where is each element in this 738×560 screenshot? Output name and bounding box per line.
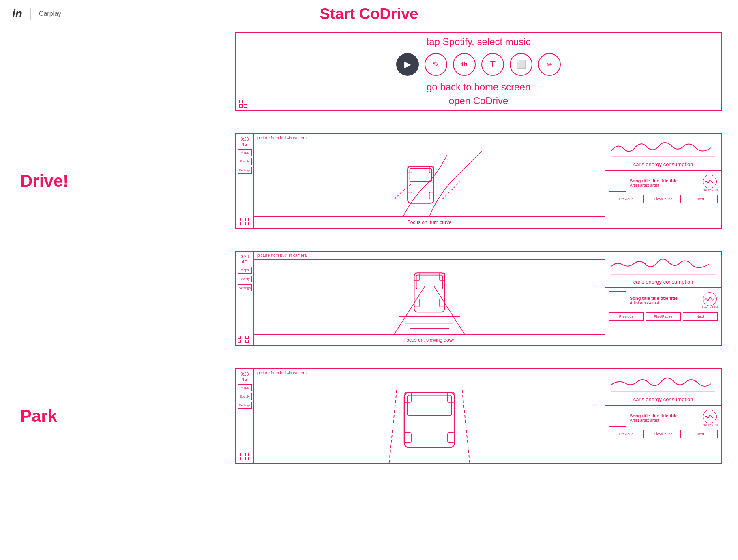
music-text-park: Song title title title title Artist arti… <box>630 413 698 423</box>
playpause-btn-drive[interactable]: Play/Pause <box>646 195 680 203</box>
bpm-icon-park <box>703 410 717 423</box>
svg-rect-12 <box>414 273 444 312</box>
car-illustration-slowing <box>254 260 605 334</box>
sidebar-footer-icons <box>238 218 252 225</box>
maps-btn[interactable]: Maps <box>238 149 252 156</box>
camera-view-drive: picture from built-in camera <box>254 134 605 228</box>
park-sidebar-footer <box>238 453 252 460</box>
svg-rect-1 <box>410 169 432 182</box>
svg-line-26 <box>462 390 470 463</box>
camera-scene-drive <box>254 142 605 216</box>
music-text-drive: Song title title title title Artist arti… <box>630 178 698 188</box>
energy-waveform-drive <box>609 137 718 159</box>
music-text-slowing: Song title title title title Artist arti… <box>630 296 698 305</box>
slowing-sidebar-footer <box>238 336 252 343</box>
settings-btn[interactable]: Settings <box>238 167 252 174</box>
camera-label-slowing: picture from built-in camera <box>254 252 605 260</box>
focus-bar-drive: Focus on: turn curve <box>254 216 605 228</box>
right-panel-slowing: car's energy consumption Song title titl… <box>605 252 721 345</box>
svg-line-7 <box>395 286 425 334</box>
music-panel-drive: Song title title title title Artist arti… <box>605 171 721 228</box>
svg-rect-13 <box>416 275 443 289</box>
svg-rect-0 <box>408 166 434 203</box>
car-illustration-park <box>254 377 605 463</box>
music-panel-slowing: Song title title title title Artist arti… <box>605 288 721 345</box>
artist-slowing: Artist artist-artist <box>630 301 698 305</box>
slowing-screen: 0:23 4G Maps Spotify Settings picture fr… <box>235 251 722 346</box>
bpm-icon-drive <box>703 175 717 188</box>
type-tool[interactable]: T <box>481 53 504 76</box>
prev-btn-slowing[interactable]: Previous <box>609 312 644 321</box>
next-btn-slowing[interactable]: Next <box>683 312 718 321</box>
slowing-section: 0:23 4G Maps Spotify Settings picture fr… <box>0 251 738 346</box>
music-panel-park: Song title title title title Artist arti… <box>605 406 721 463</box>
energy-title-slowing: car's energy consumption <box>609 279 718 285</box>
toolbar-row: ▶ ✎ th T ⬜ ✏ <box>396 53 561 76</box>
artist-park: Artist artist-artist <box>630 418 698 423</box>
song-title-slowing: Song title title title title <box>630 296 698 301</box>
right-panel-drive: car's energy consumption Song title titl… <box>605 134 721 228</box>
project-name: Carplay <box>39 10 61 17</box>
bpm-label-drive: Play by BPM <box>702 188 718 191</box>
play-button[interactable]: ▶ <box>396 53 419 76</box>
image-tool[interactable]: ⬜ <box>510 53 532 76</box>
park-sidebar: 0:23 4G Maps Spotify Settings <box>236 369 254 463</box>
park-maps-btn[interactable]: Maps <box>238 384 252 391</box>
svg-rect-2 <box>408 192 412 199</box>
drive-label: Drive! <box>20 171 69 191</box>
next-btn-drive[interactable]: Next <box>683 195 718 203</box>
eraser-tool[interactable]: ✏ <box>538 53 561 76</box>
slowing-frame: 0:23 4G Maps Spotify Settings picture fr… <box>235 251 722 346</box>
car-illustration-drive <box>254 142 605 216</box>
playpause-btn-park[interactable]: Play/Pause <box>646 430 680 438</box>
spotify-btn[interactable]: Spotify <box>238 158 252 165</box>
svg-rect-22 <box>448 433 455 443</box>
playpause-btn-slowing[interactable]: Play/Pause <box>646 312 680 321</box>
park-label-area: Park <box>0 368 235 464</box>
pencil-tool[interactable]: ✎ <box>425 53 447 76</box>
focus-bar-slowing: Focus on: slowing down <box>254 334 605 345</box>
logo-divider <box>30 8 31 20</box>
logo: in <box>12 7 22 20</box>
top-partial-frame: tap Spotify, select music ▶ ✎ th T ⬜ ✏ g… <box>235 32 722 111</box>
music-controls-drive: Previous Play/Pause Next <box>609 195 718 203</box>
svg-rect-21 <box>404 433 411 443</box>
energy-waveform-slowing <box>609 254 718 276</box>
slowing-maps-btn[interactable]: Maps <box>238 267 252 274</box>
drive-sidebar: 0:23 4G Maps Spotify Settings <box>236 134 254 228</box>
slowing-settings-btn[interactable]: Settings <box>238 284 252 291</box>
drive-section: Drive! 0:23 4G Maps Spotify Settings <box>0 133 738 229</box>
energy-title-park: car's energy consumption <box>609 396 718 402</box>
top-partial-content: tap Spotify, select music ▶ ✎ th T ⬜ ✏ g… <box>236 33 721 107</box>
svg-rect-15 <box>440 299 445 307</box>
slowing-sidebar: 0:23 4G Maps Spotify Settings <box>236 252 254 345</box>
slowing-spotify-btn[interactable]: Spotify <box>238 276 252 282</box>
park-frame: 0:23 4G Maps Spotify Settings picture fr… <box>235 368 722 464</box>
instruction-home: go back to home screen <box>427 81 530 93</box>
time-display: 0:23 4G <box>238 137 252 147</box>
music-controls-park: Previous Play/Pause Next <box>609 430 718 438</box>
camera-label-park: picture from built-in camera <box>254 369 605 377</box>
energy-waveform-park <box>609 372 718 394</box>
energy-panel-drive: car's energy consumption <box>605 134 721 171</box>
header: in Carplay Start CoDrive <box>0 0 738 28</box>
camera-scene-slowing <box>254 260 605 334</box>
right-panel-park: car's energy consumption Song title titl… <box>605 369 721 463</box>
bpm-icon-slowing <box>703 292 717 306</box>
camera-label-drive: picture from built-in camera <box>254 134 605 142</box>
text-tool[interactable]: th <box>453 53 476 76</box>
energy-title-drive: car's energy consumption <box>609 161 718 167</box>
next-btn-park[interactable]: Next <box>683 430 718 438</box>
bpm-label-park: Play by BPM <box>702 423 718 426</box>
park-section: Park 0:23 4G Maps Spotify Settings <box>0 368 738 464</box>
svg-rect-3 <box>429 192 434 199</box>
park-settings-btn[interactable]: Settings <box>238 402 252 409</box>
drive-screen: 0:23 4G Maps Spotify Settings picture fr… <box>235 133 722 229</box>
bpm-area-drive: Play by BPM <box>702 175 718 191</box>
prev-btn-drive[interactable]: Previous <box>609 195 644 203</box>
prev-btn-park[interactable]: Previous <box>609 430 644 438</box>
energy-panel-slowing: car's energy consumption <box>605 252 721 288</box>
svg-line-25 <box>389 390 397 463</box>
music-info-slowing: Song title title title title Artist arti… <box>609 291 718 309</box>
park-spotify-btn[interactable]: Spotify <box>238 393 252 400</box>
